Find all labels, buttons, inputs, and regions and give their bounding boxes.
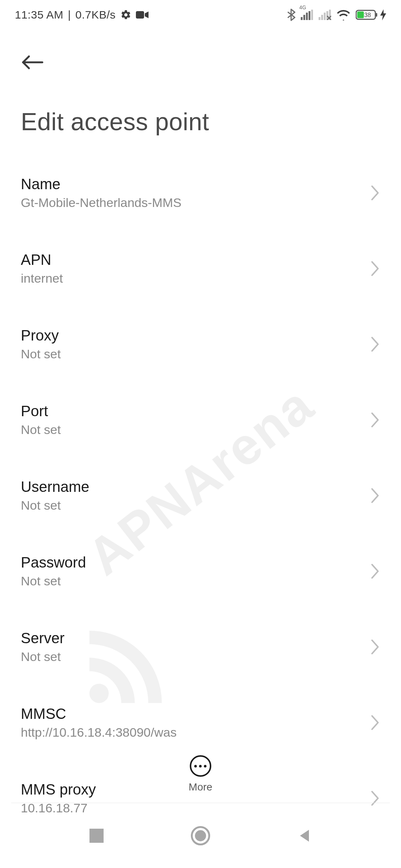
page-title: Edit access point: [0, 74, 401, 158]
setting-label: Proxy: [21, 327, 61, 344]
network-type-badge: 4G: [299, 4, 306, 10]
settings-list: Name Gt-Mobile-Netherlands-MMS APN inter…: [0, 158, 401, 818]
chevron-right-icon: [370, 336, 380, 352]
svg-rect-8: [324, 13, 326, 20]
setting-label: Name: [21, 176, 182, 193]
nav-back-button[interactable]: [290, 821, 319, 851]
battery-indicator: 38: [356, 9, 386, 20]
setting-label: APN: [21, 251, 63, 268]
circle-icon: [191, 826, 210, 845]
setting-row-mmsc[interactable]: MMSC http://10.16.18.4:38090/was: [21, 688, 380, 757]
status-right: 4G 38: [287, 9, 386, 21]
more-button[interactable]: More: [189, 755, 212, 793]
setting-value: Not set: [21, 498, 89, 513]
setting-row-name[interactable]: Name Gt-Mobile-Netherlands-MMS: [21, 158, 380, 228]
setting-label: Port: [21, 403, 61, 420]
chevron-right-icon: [370, 185, 380, 201]
svg-rect-14: [376, 13, 377, 17]
more-dots-icon: [190, 755, 211, 777]
svg-rect-0: [136, 11, 144, 19]
nav-recents-button[interactable]: [82, 821, 111, 851]
setting-label: MMSC: [21, 706, 177, 722]
gear-icon: [120, 9, 131, 20]
back-button[interactable]: [21, 52, 46, 74]
status-separator: |: [68, 9, 71, 21]
chevron-right-icon: [370, 639, 380, 655]
video-camera-icon: [136, 10, 149, 19]
setting-value: http://10.16.18.4:38090/was: [21, 725, 177, 740]
triangle-left-icon: [297, 828, 312, 843]
navigation-bar: [0, 803, 401, 868]
status-time: 11:35 AM: [15, 9, 63, 21]
svg-rect-1: [301, 17, 303, 20]
setting-value: Gt-Mobile-Netherlands-MMS: [21, 195, 182, 210]
square-icon: [89, 829, 104, 843]
setting-value: Not set: [21, 423, 61, 437]
signal-sim1-icon: 4G: [301, 10, 313, 20]
setting-row-username[interactable]: Username Not set: [21, 461, 380, 530]
chevron-right-icon: [370, 260, 380, 277]
wifi-icon: [336, 9, 351, 20]
charging-bolt-icon: [380, 9, 386, 20]
chevron-right-icon: [370, 563, 380, 579]
nav-home-button[interactable]: [186, 821, 215, 851]
svg-rect-4: [309, 11, 310, 20]
settings-scroll-area[interactable]: APNArena Name Gt-Mobile-Netherlands-MMS …: [0, 158, 401, 818]
setting-row-proxy[interactable]: Proxy Not set: [21, 309, 380, 379]
chevron-right-icon: [370, 412, 380, 428]
svg-rect-15: [357, 11, 364, 18]
setting-value: Not set: [21, 650, 65, 664]
setting-row-password[interactable]: Password Not set: [21, 536, 380, 606]
more-label: More: [189, 781, 212, 793]
svg-rect-7: [321, 15, 323, 20]
chevron-right-icon: [370, 487, 380, 504]
setting-label: MMS proxy: [21, 781, 96, 798]
setting-row-port[interactable]: Port Not set: [21, 385, 380, 455]
status-bar: 11:35 AM | 0.7KB/s 4G 38: [0, 0, 401, 30]
battery-percent: 38: [364, 12, 371, 18]
signal-sim2-icon: [319, 10, 331, 20]
chevron-right-icon: [370, 714, 380, 731]
setting-row-apn[interactable]: APN internet: [21, 234, 380, 303]
setting-label: Password: [21, 554, 86, 571]
arrow-left-icon: [21, 55, 44, 71]
setting-value: Not set: [21, 347, 61, 361]
svg-rect-3: [306, 13, 308, 20]
status-left: 11:35 AM | 0.7KB/s: [15, 9, 149, 21]
status-network-speed: 0.7KB/s: [75, 9, 116, 21]
svg-rect-5: [311, 10, 313, 20]
svg-rect-2: [303, 15, 305, 20]
svg-rect-6: [319, 17, 320, 20]
setting-label: Server: [21, 630, 65, 647]
setting-value: internet: [21, 271, 63, 286]
setting-value: Not set: [21, 574, 86, 588]
setting-label: Username: [21, 479, 89, 495]
bluetooth-icon: [287, 9, 296, 21]
setting-row-server[interactable]: Server Not set: [21, 612, 380, 682]
